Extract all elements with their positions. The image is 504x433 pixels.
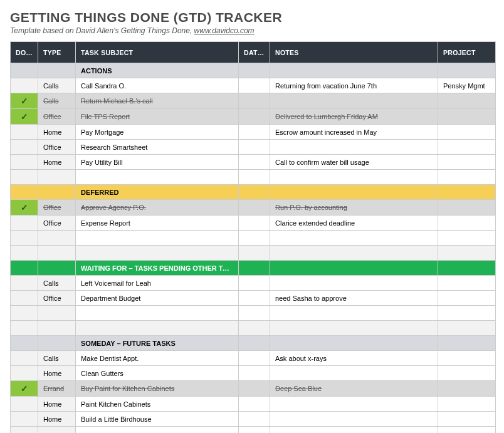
cell-due	[239, 155, 270, 170]
table-row: HomeBuild a Little Birdhouse	[11, 412, 496, 427]
cell-type	[38, 185, 76, 200]
table-row: DEFERRED	[11, 185, 496, 200]
cell-notes	[270, 170, 438, 185]
cell-notes	[270, 63, 438, 78]
table-row: ACTIONS	[11, 63, 496, 78]
cell-done	[11, 366, 38, 381]
cell-due	[239, 231, 270, 246]
cell-done	[11, 125, 38, 140]
check-icon: ✓	[21, 112, 28, 122]
cell-project	[438, 140, 496, 155]
cell-subject: Call Sandra O.	[76, 78, 239, 93]
cell-project	[438, 125, 496, 140]
cell-subject: Pay Utility Bill	[76, 155, 239, 170]
cell-type: Office	[38, 216, 76, 231]
cell-due	[239, 63, 270, 78]
cell-subject: SOMEDAY – FUTURE TASKS	[76, 336, 239, 351]
table-row: ✓CallsReturn Michael B.'s call	[11, 93, 496, 109]
table-row: OfficeResearch Smartsheet	[11, 140, 496, 155]
cell-done: ✓	[11, 381, 38, 397]
cell-notes: Run P.O. by accounting	[270, 200, 438, 216]
col-done: DONE	[11, 42, 38, 63]
cell-due	[239, 351, 270, 366]
cell-due	[239, 306, 270, 321]
table-row: HomePaint Kitchen Cabinets	[11, 397, 496, 412]
cell-type: Calls	[38, 93, 76, 109]
cell-project	[438, 246, 496, 261]
cell-notes	[270, 185, 438, 200]
cell-subject: Clean Gutters	[76, 366, 239, 381]
cell-notes	[270, 397, 438, 412]
cell-due	[239, 246, 270, 261]
cell-due	[239, 140, 270, 155]
subtitle-link[interactable]: www.davidco.com	[194, 26, 255, 35]
cell-notes	[270, 412, 438, 427]
cell-notes: Deep Sea Blue	[270, 381, 438, 397]
cell-done	[11, 231, 38, 246]
cell-notes	[270, 276, 438, 291]
cell-done: ✓	[11, 109, 38, 125]
cell-done	[11, 427, 38, 434]
table-row	[11, 170, 496, 185]
cell-project	[438, 276, 496, 291]
cell-notes: Clarice extended deadline	[270, 216, 438, 231]
cell-type	[38, 231, 76, 246]
cell-project	[438, 231, 496, 246]
cell-type: Home	[38, 366, 76, 381]
table-row: HomePay Utility BillCall to confirm wate…	[11, 155, 496, 170]
cell-subject	[76, 427, 239, 434]
cell-subject: Pay Mortgage	[76, 125, 239, 140]
cell-notes	[270, 261, 438, 276]
cell-due	[239, 78, 270, 93]
cell-subject	[76, 170, 239, 185]
cell-project	[438, 427, 496, 434]
subtitle-text: Template based on David Allen's Getting …	[10, 26, 194, 35]
gtd-table: DONE TYPE TASK SUBJECT DATE DUE NOTES PR…	[10, 41, 496, 433]
cell-notes	[270, 427, 438, 434]
col-notes: NOTES	[270, 42, 438, 63]
cell-notes	[270, 336, 438, 351]
cell-type: Office	[38, 140, 76, 155]
table-row: CallsLeft Voicemail for Leah	[11, 276, 496, 291]
cell-due	[239, 93, 270, 109]
cell-due	[239, 412, 270, 427]
cell-type	[38, 63, 76, 78]
col-project: PROJECT	[438, 42, 496, 63]
cell-done: ✓	[11, 93, 38, 109]
table-row: HomePay MortgageEscrow amount increased …	[11, 125, 496, 140]
cell-due	[239, 321, 270, 336]
page-title: GETTING THINGS DONE (GTD) TRACKER	[10, 10, 494, 25]
cell-due	[239, 366, 270, 381]
table-row: ✓OfficeFile TPS ReportDelivered to Lumbe…	[11, 109, 496, 125]
cell-project	[438, 336, 496, 351]
table-row: CallsCall Sandra O.Returning from vacati…	[11, 78, 496, 93]
cell-type: Office	[38, 291, 76, 306]
cell-subject	[76, 246, 239, 261]
cell-project	[438, 351, 496, 366]
cell-due	[239, 216, 270, 231]
cell-notes: need Sasha to approve	[270, 291, 438, 306]
cell-done	[11, 351, 38, 366]
cell-project	[438, 261, 496, 276]
check-icon: ✓	[21, 96, 28, 106]
table-row: HomeClean Gutters	[11, 366, 496, 381]
cell-due	[239, 381, 270, 397]
cell-project	[438, 93, 496, 109]
cell-type: Home	[38, 155, 76, 170]
table-row: ✓ErrandBuy Paint for Kitchen CabinetsDee…	[11, 381, 496, 397]
header-row: DONE TYPE TASK SUBJECT DATE DUE NOTES PR…	[11, 42, 496, 63]
cell-project	[438, 366, 496, 381]
table-row: OfficeDepartment Budgetneed Sasha to app…	[11, 291, 496, 306]
cell-subject	[76, 321, 239, 336]
table-row	[11, 427, 496, 434]
cell-notes	[270, 231, 438, 246]
cell-type: Errand	[38, 381, 76, 397]
cell-project	[438, 306, 496, 321]
cell-type	[38, 321, 76, 336]
table-row	[11, 246, 496, 261]
table-row: CallsMake Dentist Appt.Ask about x-rays	[11, 351, 496, 366]
cell-type	[38, 306, 76, 321]
cell-subject: Paint Kitchen Cabinets	[76, 397, 239, 412]
cell-subject: Return Michael B.'s call	[76, 93, 239, 109]
table-row: ✓OfficeApprove Agency P.O.Run P.O. by ac…	[11, 200, 496, 216]
